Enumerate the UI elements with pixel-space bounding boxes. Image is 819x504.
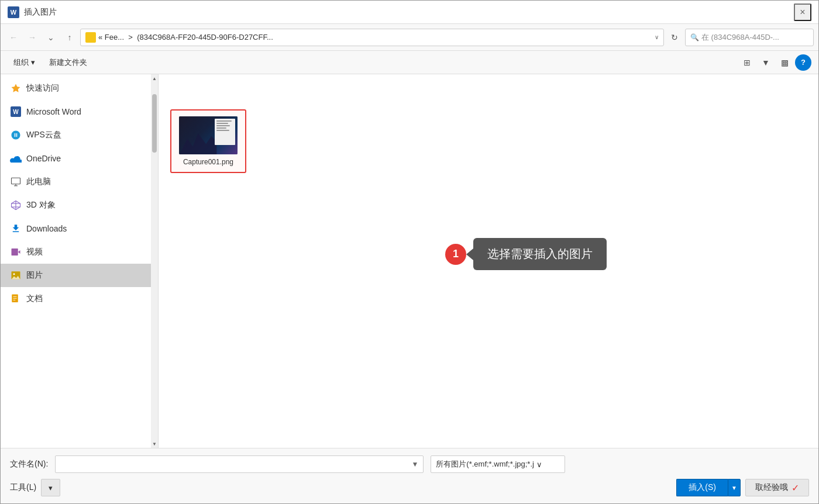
filename-dropdown-arrow: ▼ [411,460,418,468]
onedrive-icon [10,153,22,164]
sidebar-label-pictures: 图片 [26,270,43,281]
folder-icon [85,32,96,43]
sidebar-label-downloads: Downloads [26,224,67,233]
insert-button[interactable]: 插入(S) [676,479,728,496]
file-thumbnail [179,116,238,154]
close-button[interactable]: × [794,4,811,21]
sidebar-item-downloads[interactable]: Downloads [1,217,158,240]
filename-label: 文件名(N): [10,459,48,470]
annotation-number: 1 [445,244,466,265]
toolbar: 组织 ▾ 新建文件夹 ⊞ ▼ ▩ ? [1,51,818,74]
insert-dropdown-button[interactable]: ▼ [728,479,741,496]
sidebar-label-documents: 文档 [26,294,43,304]
pc-icon [10,176,22,188]
sidebar-item-onedrive[interactable]: OneDrive [1,147,158,170]
wps-icon [10,129,22,141]
sidebar-item-quick-access[interactable]: 快速访问 [1,77,158,100]
sidebar-label-pc: 此电脑 [26,177,51,187]
file-area: Capture001.png 1 选择需要插入的图片 [159,74,818,448]
search-box[interactable]: 🔍 在 (834C968A-445D-... [685,29,814,46]
pictures-icon [10,270,22,281]
sidebar-item-pictures[interactable]: 图片 [1,264,158,287]
filename-row: 文件名(N): ▼ 所有图片(*.emf;*.wmf;*.jpg;*.j ∨ [10,455,809,473]
dialog-title: 插入图片 [24,7,57,18]
path-chevron: ∨ [655,34,659,40]
address-path[interactable]: « Fee... > (834C968A-FF20-445D-90F6-D27C… [80,29,664,46]
sidebar-item-videos[interactable]: 视频 [1,240,158,264]
layout-button[interactable]: ▩ [776,54,793,71]
bottom-bar: 文件名(N): ▼ 所有图片(*.emf;*.wmf;*.jpg;*.j ∨ 工… [1,448,818,503]
annotation-arrow [466,248,473,260]
new-folder-button[interactable]: 新建文件夹 [43,54,93,71]
search-icon: 🔍 [690,33,699,42]
thumbnail-preview [215,119,235,145]
back-button[interactable]: ← [5,29,22,46]
view-icon-button[interactable]: ⊞ [739,54,755,71]
forward-button[interactable]: → [24,29,40,46]
sidebar-label-wps: WPS云盘 [26,130,61,140]
annotation-tooltip: 选择需要插入的图片 [473,238,607,270]
word-nav-icon: W [10,106,22,118]
3d-icon [10,199,22,211]
sidebar: 快速访问 W Microsoft Word WPS云盘 [1,74,158,448]
refresh-button[interactable]: ↻ [666,29,683,46]
view-arrow-button[interactable]: ▼ [758,54,774,71]
sidebar-label-onedrive: OneDrive [26,154,61,163]
file-item[interactable]: Capture001.png [170,109,246,173]
tools-area: 工具(L) ▾ [10,479,60,496]
organize-button[interactable]: 组织 ▾ [8,54,41,71]
up-button[interactable]: ↑ [61,29,78,46]
sidebar-item-pc[interactable]: 此电脑 [1,170,158,194]
svg-marker-9 [18,250,20,254]
video-icon [10,246,22,258]
download-icon [10,223,22,234]
star-icon [10,82,22,94]
title-bar: W 插入图片 × [1,1,818,24]
cancel-button[interactable]: 取经验哦 ✓ [745,479,809,496]
file-name: Capture001.png [183,158,233,166]
dropdown-button[interactable]: ⌄ [43,29,59,46]
sidebar-scroll-down[interactable]: ▼ [151,440,158,448]
insert-button-group: 插入(S) ▼ [676,479,741,496]
sidebar-label-videos: 视频 [26,247,43,257]
documents-icon [10,293,22,305]
word-icon: W [8,6,19,18]
sidebar-item-3d[interactable]: 3D 对象 [1,194,158,217]
path-text: « Fee... > (834C968A-FF20-445D-90F6-D27C… [98,33,652,42]
tools-button[interactable]: ▾ [41,479,60,496]
search-text: 在 (834C968A-445D-... [701,32,779,43]
insert-image-dialog: W 插入图片 × ← → ⌄ ↑ « Fee... > (834C968A-FF… [0,0,819,504]
main-content: 快速访问 W Microsoft Word WPS云盘 [1,74,818,448]
sidebar-label-quick-access: 快速访问 [26,83,59,94]
svg-marker-17 [180,133,217,154]
toolbar-right: ⊞ ▼ ▩ ? [739,54,811,71]
annotation-container: 1 选择需要插入的图片 [445,238,607,270]
svg-rect-1 [12,178,20,184]
svg-marker-0 [12,84,20,92]
sidebar-scroll-up[interactable]: ▲ [151,74,158,82]
sidebar-item-word[interactable]: W Microsoft Word [1,100,158,123]
actions-row: 工具(L) ▾ 插入(S) ▼ 取经验哦 ✓ [10,479,809,496]
filetype-dropdown[interactable]: 所有图片(*.emf;*.wmf;*.jpg;*.j ∨ [431,455,565,473]
tools-label: 工具(L) [10,482,36,493]
svg-point-11 [13,273,15,275]
sidebar-label-word: Microsoft Word [26,107,81,116]
svg-rect-8 [12,248,18,256]
title-bar-left: W 插入图片 [8,6,57,18]
thumbnail-scenery [179,128,217,155]
address-bar: ← → ⌄ ↑ « Fee... > (834C968A-FF20-445D-9… [1,24,818,51]
sidebar-wrapper: 快速访问 W Microsoft Word WPS云盘 [1,74,159,448]
help-button[interactable]: ? [795,54,811,71]
sidebar-item-documents[interactable]: 文档 [1,287,158,310]
sidebar-label-3d: 3D 对象 [26,200,56,210]
cancel-checkmark: ✓ [792,482,799,493]
filename-input[interactable]: ▼ [55,455,424,473]
sidebar-scrollbar-thumb [152,94,157,153]
sidebar-item-wps[interactable]: WPS云盘 [1,123,158,147]
